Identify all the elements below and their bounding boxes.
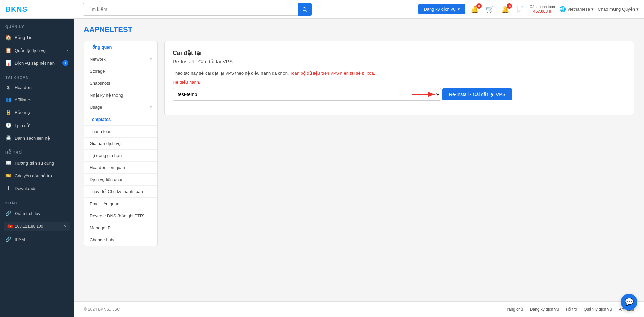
content-area: AAPNELTEST Tổng quan Network ▾ Storage [74, 19, 644, 317]
arrow-svg [412, 88, 439, 101]
sidebar-section-other: KHÁC [0, 195, 74, 207]
left-nav-item-network[interactable]: Network ▾ [84, 53, 157, 65]
expire-badge: 1 [62, 60, 68, 66]
search-button[interactable] [298, 3, 312, 16]
content-footer: © 2024 BKNS., JSC Trang chủ Đăng ký dịch… [74, 301, 644, 317]
ip-tag: 🇻🇳 103.121.88.100 × [4, 222, 70, 231]
logo: BKNS [5, 5, 27, 14]
user-menu-button[interactable]: Chào mừng Quyến ▾ [598, 7, 639, 12]
notification-bell-button[interactable]: 🔔 0 [469, 4, 480, 15]
os-label: Hệ điều hành. [173, 80, 626, 85]
sidebar-section-account: TÀI KHOẢN [0, 69, 74, 82]
bell-badge: 0 [476, 3, 482, 9]
sidebar-section-manage: QUẢN LÝ [0, 19, 74, 31]
expire-icon: 📊 [5, 60, 11, 66]
logo-blue: NS [17, 5, 28, 13]
footer-links: Trang chủ Đăng ký dịch vụ Hỗ trợ Quản lý… [505, 307, 634, 312]
section-subtitle: Re-Install - Cài đặt lại VPS [173, 59, 626, 65]
chevron-right-icon-2: ▾ [150, 105, 152, 109]
page-title: AAPNELTEST [84, 25, 634, 34]
left-nav-item-thay-doi-chu-ky[interactable]: Thay đổi Chu kỳ thanh toán [84, 186, 157, 198]
sidebar-item-huong-dan[interactable]: 📖 Hướng dẫn sử dụng [0, 157, 74, 169]
document-icon-button[interactable]: 📄 [515, 4, 526, 15]
notif-badge: 06 [507, 3, 512, 9]
left-nav-item-thanh-toan[interactable]: Thanh toán [84, 126, 157, 138]
right-content-panel: Cài đặt lại Re-Install - Cài đặt lại VPS… [164, 41, 634, 115]
notifications-button[interactable]: 🔔 06 [500, 4, 511, 15]
chevron-down-icon: ▾ [66, 48, 68, 53]
sidebar-section-support: HỖ TRỢ [0, 144, 74, 157]
content-inner: AAPNELTEST Tổng quan Network ▾ Storage [74, 19, 644, 301]
footer-copyright: © 2024 BKNS., JSC [84, 307, 120, 312]
footer-link-ho-tro[interactable]: Hỗ trợ [566, 307, 577, 312]
left-nav-item-change-label[interactable]: Change Label [84, 234, 157, 246]
download-icon: ⬇ [5, 185, 11, 191]
sidebar-item-bao-mat[interactable]: 🔒 Bảo mật [0, 106, 74, 119]
ip-address: 103.121.88.100 [15, 224, 43, 229]
svg-point-0 [303, 7, 306, 10]
logo-red: BK [5, 5, 17, 13]
left-nav-item-nhat-ky[interactable]: Nhật ký hệ thống [84, 89, 157, 101]
home-icon: 🏠 [5, 34, 11, 41]
sidebar-item-downloads[interactable]: ⬇ Downloads [0, 182, 74, 195]
section-title: Cài đặt lại [173, 49, 626, 57]
search-area [83, 3, 414, 16]
reinstall-button[interactable]: Re-Install - Cài đặt lại VPS [442, 88, 512, 100]
left-nav-item-dich-vu-lq[interactable]: Dịch vụ liên quan [84, 174, 157, 186]
sidebar-item-bang-tin[interactable]: 🏠 Bảng Tin [0, 31, 74, 44]
security-icon: 🔒 [5, 109, 11, 115]
footer-link-trang-chu[interactable]: Trang chủ [505, 307, 523, 312]
left-nav-item-reverse-dns[interactable]: Reverse DNS (bản ghi PTR) [84, 210, 157, 222]
sidebar-item-affiliates[interactable]: 👥 Affiliates [0, 93, 74, 106]
left-nav-item-tong-quan[interactable]: Tổng quan [84, 41, 157, 53]
cart-button[interactable]: 🛒 [484, 4, 495, 15]
description-text: Thao tác này sẽ cài đặt lại VPS theo hệ … [173, 70, 626, 77]
sidebar: QUẢN LÝ 🏠 Bảng Tin 📋 Quản lý dịch vụ ▾ 📊… [0, 19, 74, 317]
invoice-icon: $ [5, 85, 11, 90]
ip-close-button[interactable]: × [64, 224, 66, 229]
left-nav-item-tu-dong-gia-han[interactable]: Tự động gia hạn [84, 150, 157, 162]
left-nav-item-hoa-don-lq[interactable]: Hóa đơn liên quan [84, 162, 157, 174]
left-nav-item-usage[interactable]: Usage ▾ [84, 101, 157, 113]
left-nav-item-gia-han[interactable]: Gia hạn dịch vụ [84, 138, 157, 150]
sidebar-item-diem-tich-luy[interactable]: 🔗 Điểm tích lũy [0, 207, 74, 220]
top-header: BKNS ≡ Đăng ký dịch vụ ▾ 🔔 0 🛒 🔔 06 📄 Cầ… [0, 0, 644, 19]
sidebar-item-yeu-cau-ho-tro[interactable]: 🎫 Các yêu cầu hỗ trợ [0, 169, 74, 182]
need-pay-section: Cần thanh toán 457,000 đ [530, 4, 555, 14]
chevron-right-icon: ▾ [150, 57, 152, 61]
sidebar-item-ipam[interactable]: 🔗 IPAM [0, 233, 74, 246]
search-input[interactable] [83, 3, 298, 16]
logo-area: BKNS ≡ [5, 4, 79, 14]
sidebar-item-quan-ly-dich-vu[interactable]: 📋 Quản lý dịch vụ ▾ [0, 44, 74, 57]
contacts-icon: 📇 [5, 135, 11, 141]
left-nav-item-manage-ip[interactable]: Manage IP [84, 222, 157, 234]
sidebar-item-lich-su[interactable]: 🕐 Lịch sử [0, 119, 74, 132]
history-icon: 🕐 [5, 122, 11, 128]
footer-link-quan-ly[interactable]: Quản lý dịch vụ [584, 307, 612, 312]
language-selector[interactable]: 🌐 Vietnamese ▾ [559, 6, 594, 12]
sidebar-item-hoa-don[interactable]: $ Hóa đơn [0, 82, 74, 93]
chat-bubble-button[interactable]: 💬 [621, 294, 637, 310]
register-service-button[interactable]: Đăng ký dịch vụ ▾ [418, 4, 465, 14]
two-col-layout: Tổng quan Network ▾ Storage Snapshots Nh… [84, 41, 634, 246]
footer-link-dang-ky[interactable]: Đăng ký dịch vụ [530, 307, 559, 312]
header-actions: Đăng ký dịch vụ ▾ 🔔 0 🛒 🔔 06 📄 Cần thanh… [418, 4, 639, 15]
search-icon [302, 7, 307, 12]
svg-line-1 [306, 10, 307, 12]
sidebar-item-danh-sach-lien-he[interactable]: 📇 Danh sách liên hệ [0, 132, 74, 144]
hamburger-button[interactable]: ≡ [31, 4, 37, 14]
button-with-arrow: Re-Install - Cài đặt lại VPS [442, 88, 512, 100]
affiliates-icon: 👥 [5, 97, 11, 103]
service-icon: 📋 [5, 47, 11, 53]
ipam-icon: 🔗 [5, 236, 11, 242]
main-layout: QUẢN LÝ 🏠 Bảng Tin 📋 Quản lý dịch vụ ▾ 📊… [0, 19, 644, 317]
left-nav-item-storage[interactable]: Storage [84, 65, 157, 77]
sidebar-item-dich-vu-sap-het-han[interactable]: 📊 Dịch vụ sắp hết hạn 1 [0, 57, 74, 69]
os-select[interactable]: test-temp [173, 88, 441, 101]
left-nav-item-email-lq[interactable]: Email liên quan [84, 198, 157, 210]
left-nav: Tổng quan Network ▾ Storage Snapshots Nh… [84, 41, 158, 246]
points-icon: 🔗 [5, 210, 11, 216]
guide-icon: 📖 [5, 160, 11, 166]
left-nav-item-snapshots[interactable]: Snapshots [84, 77, 157, 89]
left-nav-item-templates[interactable]: Templates [84, 113, 157, 126]
